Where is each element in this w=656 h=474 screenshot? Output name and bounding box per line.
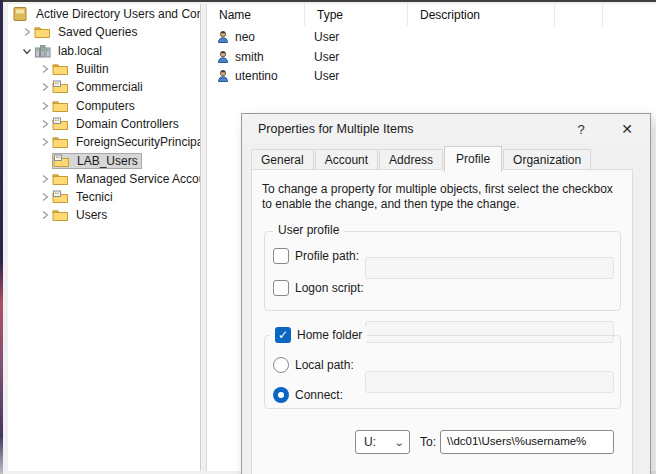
tree-item-body: Managed Service Accounts [52, 172, 200, 186]
user-name: neo [235, 30, 255, 44]
drive-letter-value: U: [364, 435, 376, 449]
local-path-label: Local path: [295, 358, 354, 372]
list-row-smith[interactable]: smithUser [207, 47, 656, 67]
folder-icon [52, 135, 69, 149]
chevron-right-icon[interactable] [38, 135, 52, 149]
instruction-text: To change a property for multiple object… [262, 182, 620, 212]
selected-tree-item: LAB_Users [52, 153, 142, 169]
user-profile-group-label: User profile [273, 223, 344, 237]
tab-account[interactable]: Account [315, 149, 378, 171]
tree-item-label: lab.local [55, 44, 105, 58]
profile-path-checkbox[interactable] [273, 248, 289, 264]
type-cell: User [305, 30, 408, 44]
tree-item-label: Computers [73, 99, 138, 113]
tree-item-body: Domain Controllers [52, 117, 182, 131]
tree-item-domain-controllers[interactable]: Domain Controllers [8, 115, 200, 133]
tree-item-body: Builtin [52, 62, 112, 76]
type-cell: User [305, 50, 408, 64]
tree-item-lab-local[interactable]: lab.local [8, 42, 200, 60]
logon-script-label: Logon script: [295, 281, 364, 295]
folder-icon [52, 208, 69, 222]
list-rows: neoUsersmithUserutentinoUser [207, 27, 656, 86]
name-cell: neo [207, 30, 305, 44]
chevron-right-icon[interactable] [38, 190, 52, 204]
dialog-tabstrip: GeneralAccountAddressProfileOrganization [251, 144, 592, 170]
chevron-right-icon[interactable] [38, 99, 52, 113]
help-button[interactable]: ? [564, 114, 598, 144]
tab-general[interactable]: General [251, 149, 314, 171]
tree-item-body: lab.local [34, 44, 105, 58]
user-name: utentino [235, 69, 278, 83]
drive-letter-select[interactable]: U: ⌄ [355, 430, 410, 454]
name-cell: smith [207, 50, 305, 64]
tree-item-lab-users[interactable]: LAB_Users [8, 151, 200, 169]
home-folder-group: ✓ Home folder Local path: Connect: U: ⌄ … [264, 335, 621, 409]
tree-item-body: ForeignSecurityPrincipals [52, 135, 200, 149]
chevron-right-icon[interactable] [38, 172, 52, 186]
chevron-spacer [38, 154, 52, 168]
close-button[interactable]: ✕ [610, 114, 644, 144]
user-profile-group: User profile Profile path: Logon script: [264, 231, 621, 311]
column-header-description[interactable]: Description [408, 4, 555, 26]
tree-item-active-directory-users-and-com[interactable]: Active Directory Users and Com [8, 5, 200, 23]
tree-item-saved-queries[interactable]: Saved Queries [8, 23, 200, 41]
chevron-right-icon[interactable] [38, 62, 52, 76]
dialog-titlebar[interactable]: Properties for Multiple Items ? ✕ [242, 114, 650, 144]
type-cell: User [305, 69, 408, 83]
chevron-right-icon[interactable] [38, 208, 52, 222]
tab-profile[interactable]: Profile [444, 146, 502, 172]
list-header: NameTypeDescription [207, 4, 656, 26]
logon-script-checkbox[interactable] [273, 280, 289, 296]
dialog-title: Properties for Multiple Items [258, 122, 414, 136]
tab-address[interactable]: Address [379, 149, 443, 171]
folder-icon [34, 25, 51, 39]
folder-icon [52, 62, 69, 76]
chevron-down-icon[interactable] [20, 44, 34, 58]
tree-item-label: Commerciali [73, 80, 146, 94]
chevron-right-icon[interactable] [38, 80, 52, 94]
home-folder-checkbox[interactable]: ✓ [275, 327, 291, 343]
chevron-right-icon[interactable] [38, 117, 52, 131]
tree-item-body: Tecnici [52, 190, 116, 204]
tree-item-foreignsecurityprincipals[interactable]: ForeignSecurityPrincipals [8, 133, 200, 151]
tree-item-body: Users [52, 208, 110, 222]
ou-folder-icon [52, 117, 69, 131]
tree-item-label: Users [73, 208, 110, 222]
list-row-utentino[interactable]: utentinoUser [207, 66, 656, 86]
tree-item-users[interactable]: Users [8, 206, 200, 224]
directory-root-icon [12, 7, 29, 21]
connect-to-input[interactable]: \\dc01\Users\%username% [440, 430, 614, 454]
tree-item-tecnici[interactable]: Tecnici [8, 188, 200, 206]
tree-item-managed-service-accounts[interactable]: Managed Service Accounts [8, 170, 200, 188]
chevron-right-icon[interactable] [20, 25, 34, 39]
ou-folder-icon [52, 190, 69, 204]
tree-item-label: Active Directory Users and Com [33, 7, 200, 21]
ou-folder-icon [53, 154, 70, 168]
domain-icon [34, 44, 51, 58]
column-header-type[interactable]: Type [305, 4, 408, 26]
console-tree-pane: Active Directory Users and ComSaved Quer… [8, 4, 201, 471]
tree-item-body: Saved Queries [34, 25, 140, 39]
aduc-window: Active Directory Users and ComSaved Quer… [3, 0, 656, 474]
local-path-radio[interactable] [273, 357, 289, 373]
chevron-down-icon: ⌄ [393, 437, 404, 448]
tab-organization[interactable]: Organization [503, 149, 591, 171]
list-row-neo[interactable]: neoUser [207, 27, 656, 47]
connect-radio[interactable] [273, 387, 289, 403]
tree-item-label: Builtin [73, 62, 112, 76]
name-cell: utentino [207, 69, 305, 83]
tree-item-label: LAB_Users [74, 154, 141, 168]
user-icon [216, 69, 230, 83]
connect-to-label: To: [420, 435, 436, 449]
folder-icon [52, 99, 69, 113]
tree-item-computers[interactable]: Computers [8, 96, 200, 114]
screen: { "window": { "tree": { "items": [ {"lab… [0, 0, 656, 474]
tree-item-label: Managed Service Accounts [73, 172, 200, 186]
tree-item-label: Domain Controllers [73, 117, 182, 131]
column-header-name[interactable]: Name [207, 4, 305, 26]
user-icon [216, 50, 230, 64]
tree-item-builtin[interactable]: Builtin [8, 60, 200, 78]
tree-item-label: ForeignSecurityPrincipals [73, 135, 200, 149]
tree-item-commerciali[interactable]: Commerciali [8, 78, 200, 96]
column-header-extra[interactable] [555, 4, 603, 26]
